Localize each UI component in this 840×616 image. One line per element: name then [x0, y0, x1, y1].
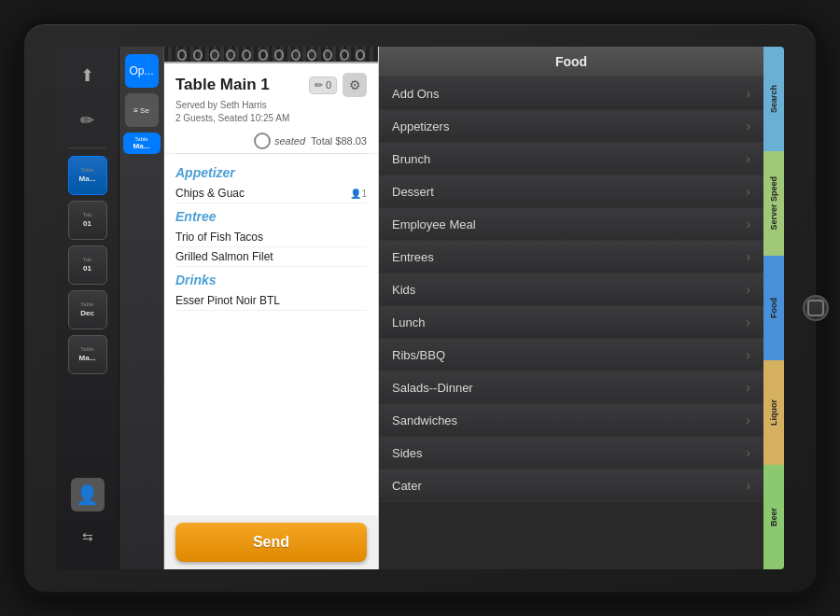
tablet: ⬆ ✏ Table Ma... Tab 01 Tab 01 Table Dec …: [19, 19, 821, 597]
tab-strip: Search Server Speed Food Liquor Beer: [763, 47, 784, 569]
tab-liquor-label: Liquor: [769, 399, 778, 426]
guest-count: 2 Guests: [175, 113, 213, 123]
order-title: Table Main 1: [175, 76, 303, 94]
sidebar-table-dec[interactable]: Table Dec: [68, 290, 107, 329]
sidebar-bottom: 👤 ⇆: [68, 478, 107, 560]
tab-liquor[interactable]: Liquor: [763, 360, 784, 465]
tab-search[interactable]: Search: [763, 47, 784, 151]
order-items: Appetizer Chips & Guac 👤1 Entree Trio of…: [164, 154, 378, 515]
sidebar-back-icon[interactable]: ⇆: [68, 517, 107, 556]
chevron-ribs-bbq: ›: [746, 347, 750, 362]
menu-item-name-employee-meal: Employee Meal: [392, 217, 476, 231]
tab-server-speed[interactable]: Server Speed: [763, 151, 784, 256]
menu-item-name-dessert: Dessert: [392, 185, 434, 199]
menu-item-dessert[interactable]: Dessert ›: [379, 175, 763, 208]
ring-2: [193, 49, 203, 61]
tab-name-1: 01: [83, 219, 91, 229]
item-chips-guac[interactable]: Chips & Guac 👤1: [175, 184, 367, 203]
menu-item-name-cater: Cater: [392, 479, 422, 493]
behind-panel: Op... ≡ Se Table Ma...: [119, 47, 164, 569]
sidebar-tab-01a[interactable]: Tab 01: [68, 201, 107, 240]
sidebar-edit-icon[interactable]: ✏: [68, 101, 107, 140]
home-button-inner: [807, 300, 824, 316]
ring-5: [242, 49, 251, 61]
total-amount: Total $88.03: [311, 135, 367, 147]
tab-food[interactable]: Food: [763, 256, 784, 360]
tab-beer[interactable]: Beer: [763, 465, 784, 569]
select-label: ≡ Se: [133, 106, 149, 115]
menu-header: Food: [379, 47, 763, 77]
item-count-chips-guac: 👤1: [350, 189, 367, 199]
menu-item-sandwiches[interactable]: Sandwiches ›: [379, 404, 763, 437]
chevron-entrees: ›: [746, 249, 750, 264]
chevron-kids: ›: [746, 282, 750, 297]
sidebar-tab-01b[interactable]: Tab 01: [68, 245, 107, 285]
category-entree: Entree: [175, 209, 367, 224]
tab-name-2: 01: [83, 264, 91, 273]
table-label-3: Table: [80, 346, 93, 354]
table-name-1: Ma...: [79, 175, 96, 184]
menu-item-ribs-bbq[interactable]: Ribs/BBQ ›: [379, 339, 763, 371]
home-button[interactable]: [803, 295, 829, 321]
menu-item-cater[interactable]: Cater ›: [379, 469, 763, 502]
notepad-top: [164, 47, 378, 63]
settings-button[interactable]: ⚙: [343, 73, 367, 97]
menu-item-appetizers[interactable]: Appetizers ›: [379, 110, 763, 143]
table-label-2: Table: [80, 301, 93, 309]
item-name-chips-guac: Chips & Guac: [175, 187, 245, 200]
sidebar-divider: [69, 147, 106, 148]
chevron-appetizers: ›: [746, 119, 750, 133]
avatar-icon[interactable]: 👤: [71, 478, 105, 511]
menu-item-employee-meal[interactable]: Employee Meal ›: [379, 208, 763, 241]
chevron-cater: ›: [746, 478, 750, 493]
order-badge[interactable]: ✏ 0: [309, 77, 337, 94]
menu-item-kids[interactable]: Kids ›: [379, 273, 763, 306]
total-label: Total: [311, 135, 332, 147]
open-button[interactable]: Op...: [125, 54, 159, 88]
badge-count: 0: [326, 79, 331, 91]
item-fish-tacos[interactable]: Trio of Fish Tacos: [175, 228, 367, 247]
behind-table-item[interactable]: Table Ma...: [123, 133, 161, 154]
menu-item-sides[interactable]: Sides ›: [379, 437, 763, 469]
chevron-sandwiches: ›: [746, 413, 750, 427]
menu-item-name-kids: Kids: [392, 283, 415, 297]
sidebar-home-icon[interactable]: ⬆: [68, 56, 107, 95]
chevron-add-ons: ›: [746, 86, 750, 101]
menu-item-salads[interactable]: Salads--Dinner ›: [379, 371, 763, 404]
item-salmon[interactable]: Grilled Salmon Filet: [175, 247, 367, 267]
ring-3: [210, 49, 219, 61]
menu-item-name-lunch: Lunch: [392, 315, 425, 329]
chevron-salads: ›: [746, 380, 750, 395]
table-label-1: Table: [80, 167, 93, 175]
tab-beer-label: Beer: [769, 508, 778, 526]
chevron-brunch: ›: [746, 151, 750, 166]
sidebar-table-main[interactable]: Table Ma...: [68, 156, 107, 195]
seated-time: Seated 10:25 AM: [218, 113, 290, 123]
menu-item-entrees[interactable]: Entrees ›: [379, 241, 763, 273]
guest-info: 2 Guests, Seated 10:25 AM: [175, 113, 367, 123]
tab-search-label: Search: [769, 85, 778, 113]
sidebar-table-ma[interactable]: Table Ma...: [68, 335, 107, 374]
menu-panel: Food Add Ons › Appetizers › Brunch › Des…: [379, 47, 784, 569]
menu-list: Food Add Ons › Appetizers › Brunch › Des…: [379, 47, 763, 569]
tab-label-2: Tab: [83, 257, 92, 264]
chevron-sides: ›: [746, 445, 750, 460]
server-name: Seth Harris: [220, 100, 267, 110]
total-value: $88.03: [335, 135, 367, 147]
send-button[interactable]: Send: [175, 523, 367, 562]
chevron-employee-meal: ›: [746, 217, 750, 231]
notepad-rings: [164, 47, 378, 63]
behind-table-name: Ma...: [127, 142, 157, 150]
ring-12: [356, 49, 365, 61]
menu-item-name-ribs-bbq: Ribs/BBQ: [392, 348, 445, 362]
menu-item-brunch[interactable]: Brunch ›: [379, 143, 763, 175]
server-info: Served by Seth Harris: [175, 100, 367, 110]
menu-item-lunch[interactable]: Lunch ›: [379, 306, 763, 339]
chevron-dessert: ›: [746, 184, 750, 199]
menu-item-name-sides: Sides: [392, 446, 423, 460]
menu-item-add-ons[interactable]: Add Ons ›: [379, 77, 763, 110]
item-wine[interactable]: Esser Pinot Noir BTL: [175, 291, 367, 311]
select-button[interactable]: ≡ Se: [125, 93, 159, 127]
tab-food-label: Food: [769, 298, 778, 318]
menu-item-name-sandwiches: Sandwiches: [392, 413, 457, 427]
